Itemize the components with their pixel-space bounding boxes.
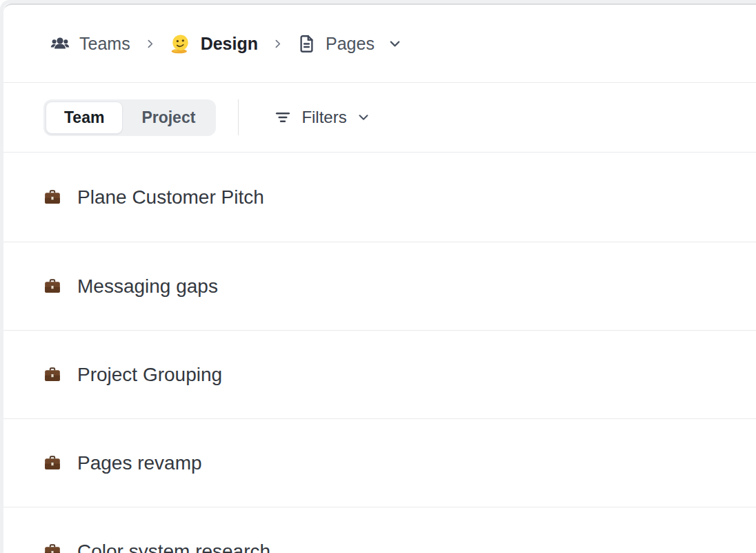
breadcrumb-label-pages: Pages	[326, 35, 375, 52]
breadcrumb-item-design[interactable]: Design	[170, 33, 258, 55]
page-row[interactable]: Pages revamp	[3, 419, 756, 507]
briefcase-emoji	[43, 454, 61, 472]
file-text-icon	[297, 35, 316, 53]
page-title: Pages revamp	[77, 452, 202, 475]
page-row[interactable]: Project Grouping	[3, 331, 756, 419]
tab-project[interactable]: Project	[123, 101, 214, 134]
pages-panel: Teams Design	[3, 3, 756, 553]
briefcase-emoji	[43, 543, 61, 553]
chevron-right-icon	[144, 38, 156, 50]
filters-label: Filters	[301, 108, 346, 127]
header: Teams Design	[3, 5, 756, 83]
melting-face-emoji	[170, 33, 191, 55]
breadcrumb: Teams Design	[50, 33, 403, 55]
page-row[interactable]: Messaging gaps	[3, 242, 756, 331]
toolbar-divider	[238, 99, 239, 135]
briefcase-emoji	[43, 278, 61, 295]
chevron-down-icon[interactable]	[387, 36, 403, 52]
scope-toggle: Team Project	[43, 99, 216, 136]
breadcrumb-label-design: Design	[201, 35, 258, 52]
filter-lines-icon	[273, 108, 292, 127]
teams-icon	[50, 34, 70, 53]
chevron-down-icon	[356, 110, 371, 125]
page-row[interactable]: Plane Customer Pitch	[3, 153, 756, 242]
tab-team[interactable]: Team	[46, 101, 123, 134]
page-title: Plane Customer Pitch	[77, 186, 264, 209]
breadcrumb-item-teams[interactable]: Teams	[50, 34, 130, 53]
briefcase-emoji	[43, 366, 61, 384]
page-title: Color system research	[77, 540, 270, 553]
breadcrumb-label-teams: Teams	[79, 35, 130, 52]
briefcase-emoji	[43, 188, 61, 206]
chevron-right-icon	[272, 38, 284, 50]
page-row[interactable]: Color system research	[3, 507, 756, 553]
filters-button[interactable]: Filters	[273, 108, 370, 127]
page-title: Messaging gaps	[77, 275, 218, 298]
window-chrome: Teams Design	[0, 0, 756, 553]
toolbar: Team Project Filters	[3, 83, 756, 153]
page-title: Project Grouping	[77, 363, 222, 387]
pages-list: Plane Customer Pitch Messaging gaps	[3, 153, 756, 553]
breadcrumb-item-pages[interactable]: Pages	[297, 35, 375, 53]
